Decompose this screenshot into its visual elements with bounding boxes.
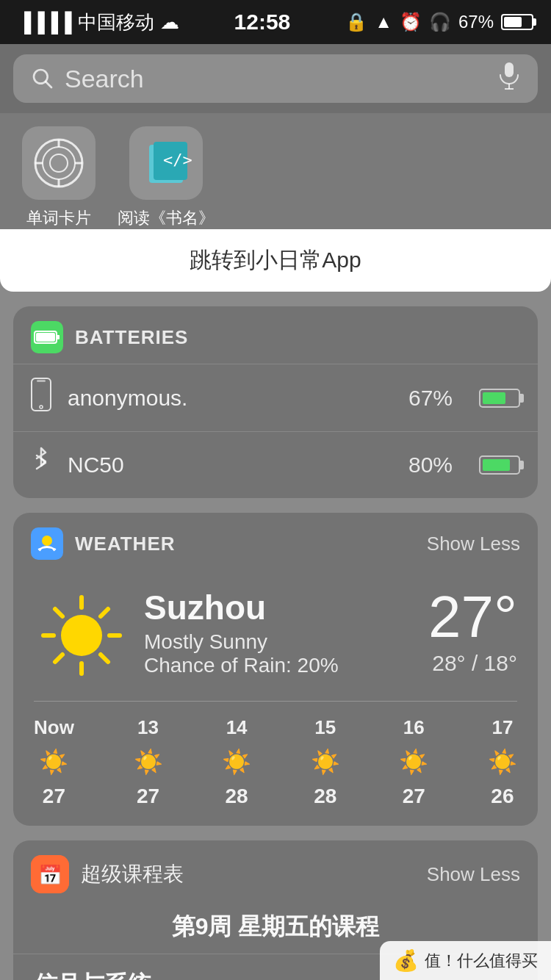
batteries-title: BATTERIES — [75, 326, 188, 349]
device-row-nc50: NC50 80% — [13, 431, 538, 498]
device-row-phone: anonymous. 67% — [13, 364, 538, 431]
location-icon: ▲ — [375, 12, 392, 32]
app-label-flashcard: 单词卡片 — [26, 207, 91, 229]
battery-pct-label: 67% — [458, 12, 494, 32]
reading-icon: </> — [129, 126, 203, 200]
hour-icon-now: ☀️ — [39, 748, 68, 776]
promo-text: 值！什么值得买 — [425, 950, 538, 972]
widget-container: BATTERIES anonymous. 67% — [0, 306, 551, 980]
wifi-icon: ☁ — [160, 11, 179, 34]
hour-label-15: 15 — [314, 716, 336, 739]
app-label-reading: 阅读《书名》 — [118, 207, 215, 229]
app-icon-reading[interactable]: </> 阅读《书名》 — [118, 126, 215, 229]
temp-range: 28° / 18° — [428, 651, 517, 676]
svg-line-27 — [55, 609, 62, 616]
svg-point-21 — [42, 536, 52, 546]
svg-point-22 — [61, 615, 102, 656]
svg-line-28 — [101, 655, 108, 662]
status-left: ▐▐▐▐ 中国移动 ☁ — [18, 10, 179, 35]
schedule-header: 📅 超级课程表 Show Less — [13, 840, 538, 904]
app-section: 单词卡片 </> 阅读《书名》 — [0, 113, 551, 229]
sun-icon — [34, 588, 129, 683]
hour-icon-16: ☀️ — [399, 748, 428, 776]
search-placeholder: Search — [65, 65, 488, 93]
search-bar[interactable]: Search — [13, 54, 538, 103]
batteries-header: BATTERIES — [13, 306, 538, 364]
svg-line-30 — [55, 655, 62, 662]
weather-show-less[interactable]: Show Less — [427, 533, 520, 555]
bottom-promo[interactable]: 💰 值！什么值得买 — [380, 941, 551, 980]
headphone-icon: 🎧 — [429, 12, 451, 32]
svg-text:</>: </> — [163, 151, 192, 169]
weather-title: WEATHER — [75, 533, 176, 555]
svg-line-1 — [46, 82, 51, 87]
lock-icon: 🔒 — [345, 12, 367, 32]
hour-item-16: 16 ☀️ 27 — [399, 716, 428, 808]
hourly-forecast: Now ☀️ 27 13 ☀️ 27 14 ☀️ 28 15 ☀️ 28 16 — [13, 702, 538, 826]
batteries-widget: BATTERIES anonymous. 67% — [13, 306, 538, 498]
hour-label-13: 13 — [137, 716, 159, 739]
hour-temp-now: 27 — [43, 785, 65, 808]
battery-bar-phone — [479, 389, 520, 408]
rain-chance: Chance of Rain: 20% — [144, 654, 414, 677]
weather-temp-main: 27° 28° / 18° — [428, 588, 517, 676]
hour-icon-17: ☀️ — [488, 748, 517, 776]
hour-temp-14: 28 — [226, 785, 248, 808]
hour-item-14: 14 ☀️ 28 — [222, 716, 251, 808]
battery-fill — [504, 17, 522, 27]
battery-fill-phone — [483, 392, 505, 404]
hour-icon-14: ☀️ — [222, 748, 251, 776]
hour-temp-15: 28 — [314, 785, 336, 808]
weather-header: WEATHER Show Less — [13, 513, 538, 570]
batteries-widget-icon — [31, 321, 63, 353]
search-icon — [31, 67, 54, 90]
search-bar-container: Search — [0, 44, 551, 113]
phone-device-icon — [31, 378, 51, 418]
device-pct-phone: 67% — [408, 386, 453, 411]
battery-fill-nc50 — [483, 459, 510, 471]
schedule-app-icon: 📅 — [31, 855, 69, 893]
device-name-nc50: NC50 — [68, 453, 392, 478]
svg-line-29 — [101, 609, 108, 616]
hour-item-13: 13 ☀️ 27 — [134, 716, 163, 808]
temp-now: 27° — [428, 588, 517, 646]
hour-label-17: 17 — [491, 716, 513, 739]
svg-point-20 — [40, 406, 43, 408]
battery-bar-nc50 — [479, 455, 520, 475]
weather-widget: WEATHER Show Less Suzhou — [13, 513, 538, 826]
alarm-icon: ⏰ — [400, 12, 422, 32]
status-bar: ▐▐▐▐ 中国移动 ☁ 12:58 🔒 ▲ ⏰ 🎧 67% — [0, 0, 551, 44]
svg-rect-16 — [36, 333, 55, 342]
weather-main: Suzhou Mostly Sunny Chance of Rain: 20% … — [13, 570, 538, 701]
battery-icon — [501, 14, 533, 30]
hour-temp-16: 27 — [403, 785, 425, 808]
schedule-title: 超级课程表 — [81, 860, 184, 888]
hour-item-15: 15 ☀️ 28 — [311, 716, 340, 808]
svg-rect-2 — [505, 62, 514, 77]
signal-icon: ▐▐▐▐ — [18, 11, 72, 34]
svg-rect-17 — [57, 335, 60, 339]
carrier-label: 中国移动 — [78, 10, 154, 35]
hour-label-now: Now — [34, 716, 74, 739]
jump-banner[interactable]: 跳转到小日常App — [0, 229, 551, 292]
hour-label-14: 14 — [226, 716, 248, 739]
weather-info: Suzhou Mostly Sunny Chance of Rain: 20% — [144, 588, 414, 677]
svg-point-6 — [43, 147, 75, 179]
hour-temp-17: 26 — [491, 785, 514, 808]
hour-label-16: 16 — [403, 716, 425, 739]
svg-rect-19 — [37, 380, 46, 382]
svg-point-7 — [50, 154, 68, 172]
hour-icon-15: ☀️ — [311, 748, 340, 776]
hour-item-now: Now ☀️ 27 — [34, 716, 74, 808]
status-right: 🔒 ▲ ⏰ 🎧 67% — [345, 12, 533, 32]
hour-icon-13: ☀️ — [134, 748, 163, 776]
city-name: Suzhou — [144, 588, 414, 627]
promo-icon: 💰 — [393, 948, 419, 973]
schedule-show-less[interactable]: Show Less — [427, 863, 520, 886]
time-label: 12:58 — [234, 10, 291, 35]
app-icon-flashcard[interactable]: 单词卡片 — [22, 126, 96, 229]
weather-condition: Mostly Sunny — [144, 630, 414, 654]
hour-temp-13: 27 — [137, 785, 159, 808]
mic-icon[interactable] — [498, 62, 520, 96]
hour-item-17: 17 ☀️ 26 — [488, 716, 517, 808]
